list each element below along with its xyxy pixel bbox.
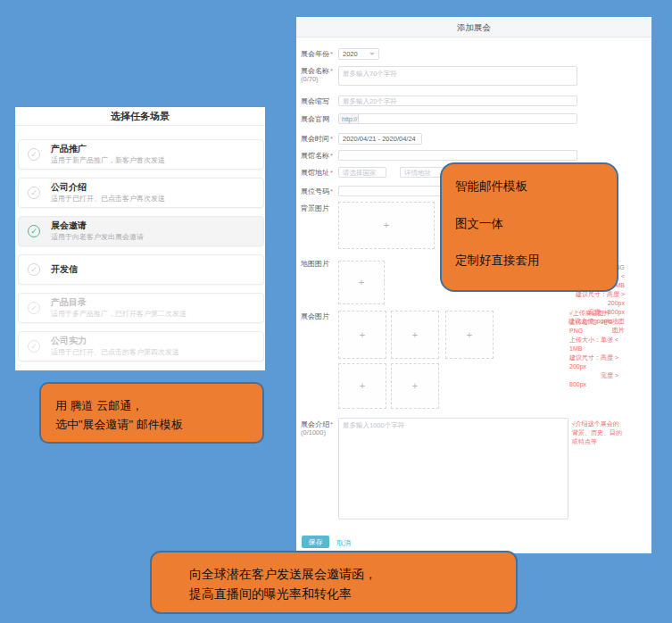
callout-line: 图文一体 (455, 216, 608, 232)
callout-line: 向全球潜在客户发送展会邀请函， (189, 564, 516, 584)
char-counter: (0/1000) (301, 428, 326, 436)
scenario-subtitle: 适用于已打开、已点击客户再次发送 (51, 195, 165, 204)
char-counter: (0/70) (301, 75, 319, 83)
scenario-subtitle: 适用于已打开、已点击的客户第四次发送 (51, 348, 179, 357)
intro-label: 展会介绍* (301, 420, 338, 428)
abbr-label: 展会缩写 (301, 97, 338, 105)
expo-image-upload-box[interactable]: + (445, 311, 494, 359)
cancel-button[interactable]: 取消 (336, 538, 351, 548)
scenario-title: 产品目录 (51, 297, 187, 308)
country-select-input[interactable] (338, 167, 386, 178)
exhibition-intro-input[interactable] (338, 418, 568, 519)
scenario-item-company-strength[interactable]: ✓ 公司实力 适用于已打开、已点击的客户第四次发送 (18, 331, 264, 361)
name-label: 展会名称* (301, 67, 338, 75)
plus-icon: + (384, 220, 389, 230)
scenario-picker-panel: 选择任务场景 ✓ 产品推广 适用于新产品推广，新客户首次发送 ✓ 公司介绍 适用… (15, 107, 265, 370)
expo-image-upload-box[interactable]: + (338, 363, 386, 409)
scenario-panel-title: 选择任务场景 (15, 107, 265, 126)
required-asterisk: * (330, 169, 333, 177)
scenario-subtitle: 适用于多产品推广，已打开客户第二次发送 (51, 310, 187, 319)
callout-line: 智能邮件模板 (455, 179, 608, 195)
plus-icon: + (359, 278, 364, 287)
scenario-title: 产品推广 (51, 144, 165, 154)
plus-icon: + (412, 330, 418, 340)
callout-send-invitation: 向全球潜在客户发送展会邀请函， 提高直播间的曝光率和转化率 (150, 551, 518, 614)
callout-select-template: 用 腾道 云邮通， 选中"展会邀请" 邮件模板 (39, 382, 264, 444)
year-label: 展会年份* (301, 50, 338, 58)
year-select-value: 2020 (343, 50, 358, 58)
map-image-upload-box[interactable]: + (338, 261, 385, 304)
intro-hint: √介绍这个展会的背景、历史、目的或特点等 (572, 419, 623, 446)
scenario-item-company-intro[interactable]: ✓ 公司介绍 适用于已打开、已点击客户再次发送 (18, 178, 264, 208)
check-circle-icon: ✓ (28, 263, 40, 276)
scenario-title: 开发信 (51, 264, 78, 275)
required-asterisk: * (330, 187, 333, 195)
callout-smart-template: 智能邮件模板 图文一体 定制好直接套用 (440, 162, 618, 292)
website-label: 展会官网 (301, 115, 338, 123)
venue-name-input[interactable] (338, 150, 577, 161)
callout-line: 用 腾道 云邮通， (55, 396, 262, 415)
callout-line: 提高直播间的曝光率和转化率 (189, 584, 516, 603)
venue-label: 展馆名称* (301, 152, 338, 160)
expo-image-upload-box[interactable]: + (391, 311, 439, 359)
scenario-item-product-promo[interactable]: ✓ 产品推广 适用于新产品推广，新客户首次发送 (18, 139, 264, 170)
check-circle-icon: ✓ (28, 302, 40, 314)
scenario-item-cold-letter[interactable]: ✓ 开发信 (18, 254, 264, 285)
callout-line: 选中"展会邀请" 邮件模板 (55, 415, 262, 434)
scenario-subtitle: 适用于向老客户发出展会邀请 (51, 233, 144, 242)
bg-image-upload-box[interactable]: + (338, 202, 435, 249)
exhibition-abbr-input[interactable] (338, 96, 577, 106)
scenario-item-exhibition-invite[interactable]: ✓ 展会邀请 适用于向老客户发出展会邀请 (18, 216, 264, 246)
required-asterisk: * (330, 67, 333, 75)
exhibition-time-input[interactable] (338, 133, 422, 145)
scenario-title: 公司介绍 (51, 182, 165, 193)
bg-image-label: 背景图片 (301, 204, 338, 212)
scenario-title: 公司实力 (51, 336, 179, 346)
check-circle-icon: ✓ (28, 340, 40, 353)
check-circle-icon: ✓ (28, 187, 40, 199)
year-select[interactable]: 2020 (338, 48, 379, 60)
map-image-label: 地图图片 (301, 260, 338, 268)
address-label: 展馆地址* (301, 169, 338, 177)
url-prefix: http:// (339, 114, 359, 123)
plus-icon: + (412, 381, 418, 391)
expo-images-label: 展会图片 (301, 312, 338, 320)
required-asterisk: * (330, 135, 333, 143)
plus-icon: + (360, 330, 365, 340)
exhibition-website-input[interactable] (359, 114, 577, 123)
expo-image-upload-box[interactable]: + (391, 363, 439, 409)
expo-image-upload-box[interactable]: + (338, 311, 386, 359)
save-button[interactable]: 保存 (302, 536, 329, 548)
expo-images-hint: √上传展会图片 上传格式：JPG、PNG 上传大小：单张 < 1MB 建议尺寸：… (569, 309, 625, 389)
scenario-subtitle: 适用于新产品推广，新客户首次发送 (51, 156, 165, 165)
exhibition-name-input[interactable] (338, 66, 577, 86)
check-circle-green-icon: ✓ (28, 225, 40, 237)
required-asterisk: * (330, 420, 333, 428)
required-asterisk: * (330, 152, 333, 160)
check-circle-icon: ✓ (28, 148, 40, 161)
chevron-down-icon (369, 53, 375, 55)
required-asterisk: * (330, 50, 333, 58)
scenario-item-product-catalog[interactable]: ✓ 产品目录 适用于多产品推广，已打开客户第二次发送 (18, 293, 264, 323)
website-input-group: http:// (338, 113, 577, 124)
form-title: 添加展会 (296, 17, 651, 37)
booth-label: 展位号码* (301, 187, 338, 195)
scenario-title: 展会邀请 (51, 220, 144, 231)
scenario-list: ✓ 产品推广 适用于新产品推广，新客户首次发送 ✓ 公司介绍 适用于已打开、已点… (18, 139, 264, 370)
plus-icon: + (467, 330, 472, 340)
time-label: 展会时间* (301, 135, 338, 143)
plus-icon: + (360, 381, 365, 391)
callout-line: 定制好直接套用 (455, 253, 608, 269)
